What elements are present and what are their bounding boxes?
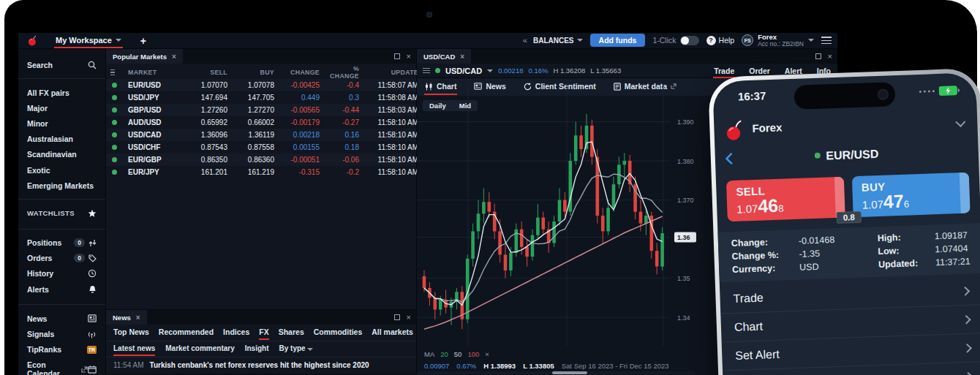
news-subtab-by-type[interactable]: By type xyxy=(279,342,314,356)
collapse-icon[interactable]: « xyxy=(523,36,526,45)
table-row[interactable]: EUR/JPY161.201161.219-0.315-0.211:58:10 … xyxy=(106,166,416,178)
ma-50-label[interactable]: 50 xyxy=(454,350,462,358)
market-pair: GBP/USD xyxy=(128,106,184,114)
sell-price[interactable]: 0.65992 xyxy=(184,118,230,126)
sidebar-item-australasian[interactable]: Australasian xyxy=(18,132,105,147)
sidebar-item-emerging-markets[interactable]: Emerging Markets xyxy=(18,178,105,193)
sidebar-item-all-fx-pairs[interactable]: All FX pairs xyxy=(18,85,105,100)
close-icon[interactable]: × xyxy=(407,52,411,61)
sell-price[interactable]: 0.86350 xyxy=(184,156,230,164)
sidebar-item-scandinavian[interactable]: Scandinavian xyxy=(18,147,105,162)
sidebar-item-minor[interactable]: Minor xyxy=(18,115,105,131)
sell-price[interactable]: 1.36096 xyxy=(184,131,230,139)
sidebar-item-econ-calendar[interactable]: Econ Calendar xyxy=(18,357,105,375)
workspace-list-icon[interactable] xyxy=(821,37,832,44)
buy-button[interactable]: BUY 1.07476 xyxy=(851,173,970,218)
change-pct-value: -0.44 xyxy=(323,106,362,114)
news-tab-fx[interactable]: FX xyxy=(259,325,268,341)
sell-price[interactable]: 1.27260 xyxy=(184,106,230,114)
market-status-dot xyxy=(110,118,128,126)
news-subtab-market-commentary[interactable]: Market commentary xyxy=(165,342,234,356)
news-panel: News × × Top NewsRecommendedIndicesFXSha… xyxy=(106,309,417,374)
news-tab-recommended[interactable]: Recommended xyxy=(159,325,214,341)
new-workspace-button[interactable]: + xyxy=(140,35,146,47)
ma-100-label[interactable]: 100 xyxy=(467,350,479,358)
timeframe-daily-button[interactable]: Daily xyxy=(423,100,453,111)
buy-price[interactable]: 0.86360 xyxy=(230,156,277,164)
timeframe-mid-button[interactable]: Mid xyxy=(453,100,478,111)
maximize-icon[interactable] xyxy=(815,53,821,59)
workspace-tab[interactable]: My Workspace xyxy=(54,34,123,48)
chart-panel-tab[interactable]: USD/CAD × xyxy=(417,49,471,64)
news-list-item[interactable]: 11:54 AM Turkish cenbank's net forex res… xyxy=(106,357,416,373)
table-row[interactable]: USD/CAD1.360961.361190.002180.1611:58:10… xyxy=(106,129,416,141)
news-subtab-latest-news[interactable]: Latest news xyxy=(113,342,155,356)
buy-price[interactable]: 161.219 xyxy=(230,168,277,176)
news-tab-all-markets[interactable]: All markets xyxy=(372,325,413,341)
scrollbar-handle[interactable] xyxy=(552,371,587,374)
chevron-down-icon[interactable] xyxy=(955,117,965,127)
close-icon[interactable]: × xyxy=(460,53,464,61)
sell-button[interactable]: SELL 1.07468 xyxy=(726,177,845,222)
search-input[interactable]: Search xyxy=(27,61,97,69)
news-tab-commodities[interactable]: Commodities xyxy=(314,325,363,341)
phone-brand-row[interactable]: Forex xyxy=(714,109,978,148)
news-panel-tab[interactable]: News × xyxy=(106,310,147,325)
market-pair: USD/CHF xyxy=(128,143,184,151)
menu-icon[interactable] xyxy=(423,68,430,74)
sidebar-item-history[interactable]: History xyxy=(18,266,105,281)
table-row[interactable]: USD/CHF0.875430.875580.001550.1811:58:10… xyxy=(106,141,416,154)
buy-price[interactable]: 0.66002 xyxy=(230,118,277,126)
sidebar-item-major[interactable]: Major xyxy=(18,100,105,115)
buy-price[interactable]: 1.27270 xyxy=(230,106,277,114)
markets-panel-tab[interactable]: Popular Markets × xyxy=(106,49,183,64)
add-funds-button[interactable]: Add funds xyxy=(590,34,646,47)
table-row[interactable]: USD/JPY147.694147.7050.4490.311:58:08 AM xyxy=(106,91,416,104)
ma-20-label[interactable]: 20 xyxy=(440,350,448,358)
table-row[interactable]: EUR/GBP0.863500.86360-0.00051-0.0611:58:… xyxy=(106,154,416,166)
chevron-down-icon[interactable] xyxy=(487,69,493,72)
chevron-down-icon xyxy=(808,39,814,42)
table-row[interactable]: EUR/USD1.070701.07078-0.00425-0.411:58:0… xyxy=(106,79,416,91)
sidebar-item-alerts[interactable]: Alerts xyxy=(18,281,105,297)
close-icon[interactable]: × xyxy=(828,52,832,61)
brand-logo-icon xyxy=(27,35,38,46)
watchlists-label: WATCHLISTS xyxy=(27,209,75,217)
buy-price[interactable]: 1.07078 xyxy=(230,81,277,89)
table-row[interactable]: AUD/USD0.659920.66002-0.00179-0.2711:58:… xyxy=(106,116,416,129)
one-click-toggle[interactable] xyxy=(680,36,699,45)
sell-price[interactable]: 1.07070 xyxy=(184,81,230,89)
news-tab-shares[interactable]: Shares xyxy=(279,325,304,341)
sell-price[interactable]: 161.201 xyxy=(184,168,230,176)
news-tab-top-news[interactable]: Top News xyxy=(113,325,149,341)
sidebar-item-watchlists[interactable]: WATCHLISTS xyxy=(18,205,105,221)
sidebar-item-exotic[interactable]: Exotic xyxy=(18,162,105,178)
balances-dropdown[interactable]: BALANCES xyxy=(533,37,583,45)
maximize-icon[interactable] xyxy=(394,314,400,320)
chart-scrollbar[interactable] xyxy=(417,371,695,374)
help-button[interactable]: ? Help xyxy=(706,36,735,45)
buy-price[interactable]: 1.36119 xyxy=(230,131,277,139)
buy-price[interactable]: 0.87558 xyxy=(230,143,277,151)
buy-price[interactable]: 147.705 xyxy=(230,94,277,102)
sidebar-item-positions[interactable]: Positions 0 xyxy=(18,235,105,251)
close-icon[interactable]: × xyxy=(485,350,489,358)
close-icon[interactable]: × xyxy=(172,53,176,61)
maximize-icon[interactable] xyxy=(394,53,400,59)
news-tab-indices[interactable]: Indices xyxy=(223,325,249,341)
market-status-dot xyxy=(110,81,128,89)
sidebar-item-news[interactable]: News xyxy=(18,311,105,326)
sidebar-item-signals[interactable]: Signals xyxy=(18,326,105,341)
sell-price[interactable]: 147.694 xyxy=(184,94,230,102)
phone-frame: 16:37 Forex EUR/USD xyxy=(708,68,980,375)
close-icon[interactable]: × xyxy=(407,313,411,322)
account-menu[interactable]: FS Forex Acc no.: ZB2IBN xyxy=(742,34,814,48)
close-icon[interactable]: × xyxy=(136,314,140,322)
table-row[interactable]: GBP/USD1.272601.27270-0.00565-0.4411:58:… xyxy=(106,104,416,116)
news-subtab-insight[interactable]: Insight xyxy=(245,342,269,356)
action-trade[interactable]: Trade xyxy=(713,64,735,77)
sell-price[interactable]: 0.87543 xyxy=(184,143,230,151)
menu-icon[interactable] xyxy=(110,69,118,75)
sidebar-item-tipranks[interactable]: TipRanks TR xyxy=(18,342,105,357)
sidebar-item-orders[interactable]: Orders 0 xyxy=(18,251,105,266)
